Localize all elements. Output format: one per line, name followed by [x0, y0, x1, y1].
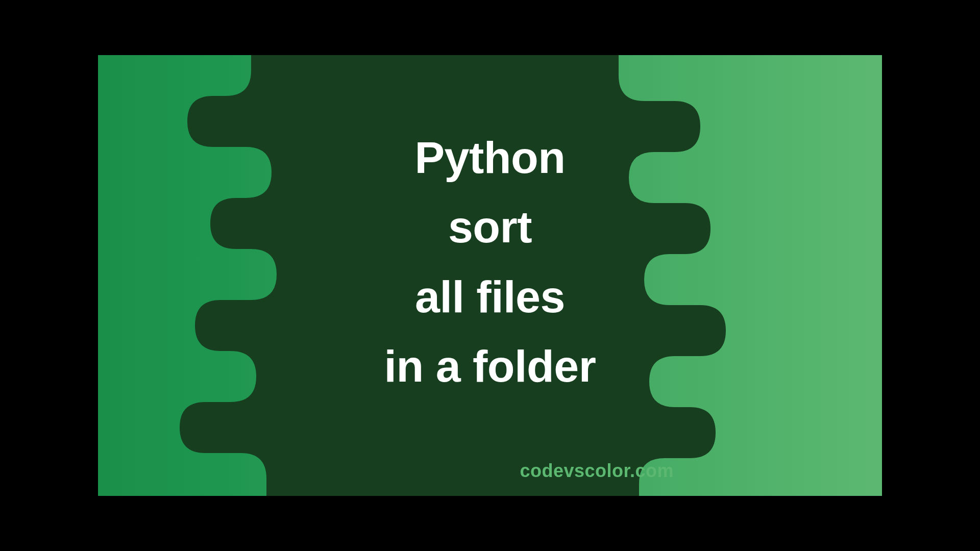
- watermark: codevscolor.com: [520, 460, 674, 482]
- title-line-3: all files: [98, 262, 882, 332]
- title-line-4: in a folder: [98, 332, 882, 401]
- banner-image: Python sort all files in a folder codevs…: [98, 55, 882, 496]
- title-line-2: sort: [98, 193, 882, 262]
- page-container: Python sort all files in a folder codevs…: [0, 0, 980, 551]
- title-container: Python sort all files in a folder: [98, 123, 882, 402]
- title-line-1: Python: [98, 123, 882, 192]
